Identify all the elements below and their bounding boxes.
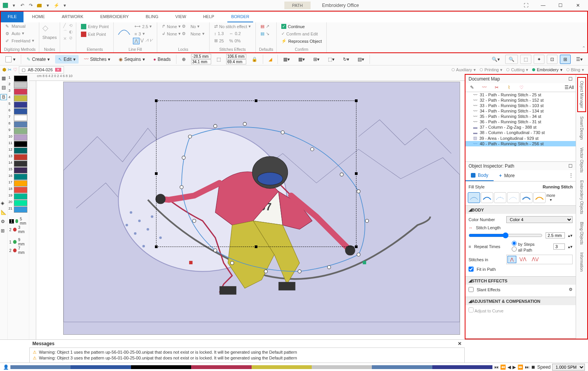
line-style-4[interactable]: ⩗	[150, 38, 154, 44]
object-row[interactable]: 〰36 - Path - Running Stitch - 31 st	[465, 119, 576, 124]
adjcurve-check[interactable]	[469, 307, 474, 312]
filter-pencil[interactable]: ✎	[466, 84, 478, 91]
zoom-dropdown[interactable]: 🔍▾	[489, 55, 503, 64]
manual-button[interactable]: ✎Manual	[4, 23, 36, 29]
fs-3[interactable]	[494, 192, 506, 203]
tool-group[interactable]: ⊞▾	[310, 55, 323, 64]
stitch-effect[interactable]: ⇄ No stitch effect ▾	[213, 23, 253, 30]
tool-order[interactable]: ⬚▾	[325, 55, 338, 64]
node-tool-1[interactable]: ╱	[63, 23, 67, 28]
fs-more[interactable]: more▾	[546, 193, 555, 202]
fullscreen-icon[interactable]: ⛶	[517, 0, 534, 11]
tab-view[interactable]: VIEW	[167, 12, 195, 22]
sip-2[interactable]: ⋁⋀	[517, 256, 529, 263]
sip-1[interactable]: ⋀	[507, 256, 516, 263]
color-swatch-11[interactable]	[14, 141, 27, 147]
line-repeats[interactable]: ≡ 3 ▾	[133, 30, 154, 37]
bysteps-radio[interactable]	[512, 241, 517, 246]
color-swatch-14[interactable]	[14, 161, 27, 167]
open-icon[interactable]	[35, 2, 43, 9]
lock-start[interactable]: ↱ None ▾ ⚙	[160, 23, 187, 30]
tab-help[interactable]: HELP	[195, 12, 223, 22]
allpath-radio[interactable]	[512, 247, 517, 252]
rtab-smart-design[interactable]: Smart Design	[578, 113, 586, 143]
stitches-mode[interactable]: 〰Stitches ▾	[81, 55, 114, 64]
xy-icon[interactable]: ⊕	[179, 55, 189, 64]
lt-1[interactable]: ▦	[2, 76, 6, 81]
color-swatch-1[interactable]	[14, 76, 27, 82]
mode-auxiliary[interactable]: Auxiliary ▾	[452, 67, 476, 72]
object-row[interactable]: 〰34 - Path - Running Stitch - 134 st	[465, 108, 576, 114]
color-swatch-19[interactable]	[14, 193, 27, 200]
entry-point-button[interactable]: Entry Point	[79, 23, 110, 30]
insp-max-icon[interactable]: ☐	[568, 163, 573, 169]
color-swatch-8[interactable]	[14, 121, 27, 128]
color-swatch-18[interactable]	[14, 187, 27, 193]
filter-hearts[interactable]: ♡	[516, 84, 527, 91]
x2-input[interactable]	[226, 54, 246, 59]
mode-cutting[interactable]: Cutting ▾	[506, 67, 528, 72]
sect-body-header[interactable]: ◢ BODY	[465, 206, 576, 214]
color-swatch-10[interactable]	[14, 134, 27, 141]
color-swatch-15[interactable]	[14, 167, 27, 173]
sip-3[interactable]: ⋀⋁	[529, 256, 541, 263]
pb-back[interactable]: ◀	[507, 364, 511, 370]
object-row[interactable]: 〰35 - Path - Running Stitch - 34 st	[465, 114, 576, 119]
filter-all[interactable]: ☰ All	[563, 84, 575, 91]
color-swatch-13[interactable]	[14, 154, 27, 160]
continue-button[interactable]: ✓Continue	[280, 23, 323, 30]
lt-2[interactable]: ▤	[2, 85, 6, 90]
lt-3[interactable]: B	[0, 94, 7, 100]
lt-4[interactable]: ◈	[1, 200, 7, 206]
fitinpath-check[interactable]	[469, 267, 474, 272]
stitchlen-slider[interactable]	[469, 232, 543, 238]
x1-input[interactable]	[191, 54, 211, 59]
thread-1[interactable]: 15 mm	[9, 217, 27, 225]
design-canvas[interactable]: 07	[63, 82, 460, 335]
bead-2[interactable]: 27 mm	[9, 246, 27, 255]
view-tool-4[interactable]: ⊞	[560, 55, 571, 64]
node-tool-6[interactable]: ⊘	[69, 35, 73, 40]
bead-1[interactable]: 19 mm	[9, 238, 27, 246]
thread-2[interactable]: 23 mm	[9, 225, 27, 234]
fs-2[interactable]	[481, 192, 493, 203]
lightning-dropdown[interactable]: ▾	[61, 2, 69, 9]
lock-end[interactable]: ↲ None ▾ ⚙	[160, 30, 187, 37]
sect-effects-header[interactable]: ◢ STITCH EFFECTS	[465, 277, 576, 285]
tab-bling[interactable]: BLING	[137, 12, 167, 22]
fs-6[interactable]	[533, 192, 546, 203]
open-dropdown[interactable]: ▾	[44, 2, 52, 9]
save-icon[interactable]	[2, 2, 9, 9]
color-swatch-9[interactable]	[14, 128, 27, 134]
pb-next-obj[interactable]: ⏭	[525, 364, 529, 370]
color-swatch-2[interactable]	[14, 82, 27, 88]
filter-cut[interactable]: ✂	[491, 84, 502, 91]
save-dropdown[interactable]: ▾	[10, 2, 18, 9]
node-tool-3[interactable]: ✕	[63, 36, 67, 41]
minimize-icon[interactable]: —	[534, 0, 552, 11]
line-style-1[interactable]: ⋀	[133, 38, 139, 44]
color-swatch-17[interactable]	[14, 180, 27, 186]
pb-play[interactable]: ▶	[512, 364, 516, 370]
object-row[interactable]: 〰40 - Path - Running Stitch - 256 st	[465, 141, 576, 146]
shapes-label[interactable]: Shapes	[42, 35, 57, 40]
tab-embroidery[interactable]: EMBROIDERY	[92, 12, 137, 22]
color-swatch-20[interactable]	[14, 200, 27, 206]
se-v3[interactable]: ⊞ 25	[213, 37, 225, 44]
freehand-button[interactable]: ✐FreeHand ▾	[4, 37, 36, 44]
pb-rewind[interactable]: ⏪	[500, 364, 506, 370]
view-tool-3[interactable]: ⊡	[547, 55, 558, 64]
defaults-save[interactable]: ▤↗	[259, 23, 271, 30]
lock-no[interactable]: No ▾	[189, 23, 206, 30]
lock-aspect[interactable]: 🔒	[249, 55, 260, 64]
rtab-bling-objects[interactable]: Bling Objects	[578, 218, 586, 248]
edit-mode[interactable]: ↖Edit ▾	[55, 55, 79, 64]
mode-embroidery[interactable]: Embroidery ▾	[532, 67, 562, 72]
lock-none[interactable]: None ▾	[189, 30, 206, 37]
fs-4[interactable]	[507, 192, 519, 203]
fs-1[interactable]	[468, 192, 480, 203]
view-tool-2[interactable]: ✦	[534, 55, 544, 64]
confirm-edit-button[interactable]: ✓ Confirm and Edit	[280, 30, 323, 37]
tab-artwork[interactable]: ARTWORK	[53, 12, 92, 22]
doc-tool-icon[interactable]: ✂	[8, 67, 12, 72]
